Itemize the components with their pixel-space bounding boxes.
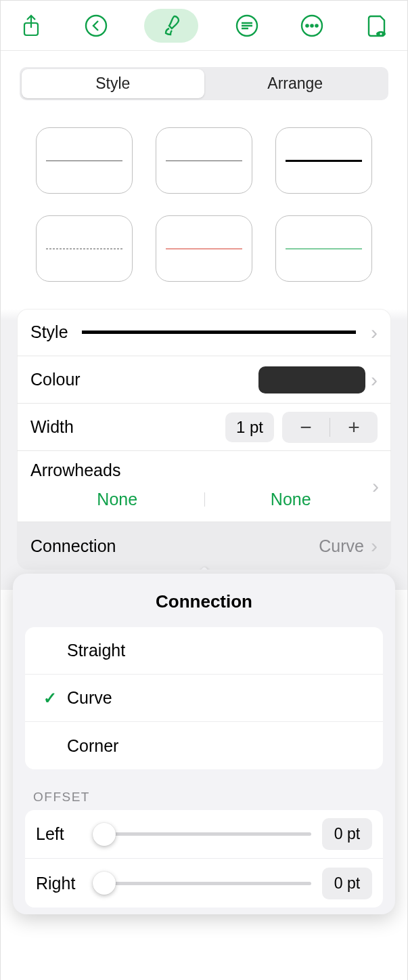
preset-3[interactable] (275, 127, 372, 194)
preset-5[interactable] (156, 215, 252, 282)
colour-swatch (258, 366, 365, 393)
offset-left-slider[interactable] (101, 823, 311, 846)
connection-popup: Connection Straight ✓ Curve Corner OFFSE… (13, 574, 395, 914)
tab-arrange[interactable]: Arrange (204, 69, 387, 98)
style-row[interactable]: Style › (17, 309, 391, 356)
width-increment-button[interactable]: + (330, 412, 378, 443)
connection-option-curve[interactable]: ✓ Curve (25, 675, 383, 722)
arrowhead-left-value: None (30, 490, 204, 509)
connection-label: Connection (30, 536, 116, 556)
offset-left-label: Left (36, 824, 90, 844)
more-icon (300, 14, 324, 38)
offset-right-slider[interactable] (101, 872, 311, 895)
connection-value: Curve (319, 536, 364, 556)
connection-option-corner[interactable]: Corner (25, 722, 383, 769)
svg-point-5 (311, 24, 313, 26)
offset-right-value[interactable]: 0 pt (322, 868, 372, 899)
offset-left-row: Left 0 pt (25, 810, 383, 859)
arrowheads-label: Arrowheads (30, 461, 378, 480)
colour-row[interactable]: Colour › (17, 356, 391, 404)
style-preview-line (82, 331, 356, 334)
offset-section-title: OFFSET (33, 790, 375, 805)
comment-icon (235, 14, 259, 38)
arrowhead-right-value: None (204, 490, 378, 509)
width-decrement-button[interactable]: − (282, 412, 330, 443)
option-label: Straight (67, 641, 125, 660)
colour-label: Colour (30, 370, 81, 389)
preset-4[interactable] (36, 215, 133, 282)
undo-button[interactable] (79, 9, 113, 43)
arrowheads-row[interactable]: Arrowheads None None › (17, 451, 391, 522)
preset-6[interactable] (275, 215, 372, 282)
offset-list: Left 0 pt Right 0 pt (25, 810, 383, 908)
chevron-right-icon: › (371, 321, 378, 344)
chevron-right-icon: › (371, 534, 378, 557)
svg-point-8 (380, 33, 382, 35)
width-row: Width 1 pt − + (17, 404, 391, 451)
top-toolbar (1, 1, 407, 51)
offset-left-value[interactable]: 0 pt (322, 818, 372, 850)
preset-1[interactable] (36, 127, 133, 194)
line-presets-grid (1, 100, 407, 289)
connection-popup-title: Connection (25, 591, 383, 612)
style-label: Style (30, 322, 68, 342)
chevron-right-icon: › (372, 475, 379, 498)
offset-right-row: Right 0 pt (25, 859, 383, 908)
connection-option-straight[interactable]: Straight (25, 627, 383, 675)
option-label: Corner (67, 736, 118, 756)
more-button[interactable] (295, 9, 329, 43)
width-label: Width (30, 417, 74, 437)
option-label: Curve (67, 688, 112, 708)
offset-right-label: Right (36, 874, 90, 893)
checkmark-icon: ✓ (39, 689, 62, 708)
chevron-right-icon: › (371, 368, 378, 391)
line-properties-panel: Style › Colour › Width 1 pt − + Arrowhea… (17, 309, 391, 570)
popup-pointer (194, 561, 215, 570)
presenter-button[interactable] (360, 9, 394, 43)
tab-segmented-control: Style Arrange (1, 51, 407, 100)
tab-style[interactable]: Style (22, 69, 204, 98)
preset-2[interactable] (156, 127, 252, 194)
width-stepper: − + (282, 412, 378, 443)
svg-point-1 (86, 16, 106, 36)
svg-point-6 (315, 24, 317, 26)
comment-button[interactable] (230, 9, 264, 43)
share-button[interactable] (14, 9, 48, 43)
width-value[interactable]: 1 pt (225, 412, 274, 442)
share-icon (21, 14, 41, 37)
document-eye-icon (365, 14, 388, 38)
connection-row[interactable]: Connection Curve › (17, 522, 391, 570)
connection-options-list: Straight ✓ Curve Corner (25, 627, 383, 769)
undo-icon (84, 14, 108, 38)
format-button[interactable] (144, 9, 198, 43)
svg-point-4 (306, 24, 308, 26)
paintbrush-icon (160, 14, 183, 38)
